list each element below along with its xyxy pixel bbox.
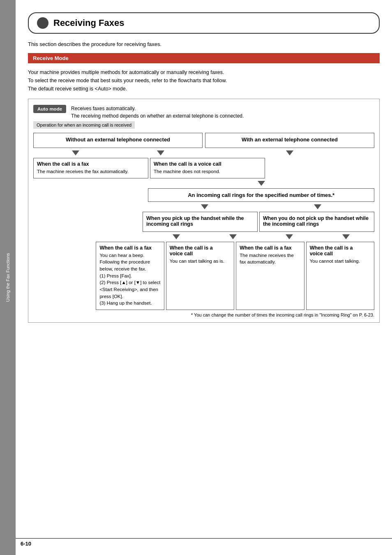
page-title: Receiving Faxes bbox=[53, 18, 124, 28]
desc-line3: The default receive setting is <Auto> mo… bbox=[28, 85, 380, 93]
arrow-voice-icon bbox=[157, 150, 164, 155]
page-bottom-line bbox=[16, 538, 392, 539]
col-left-header: Without an external telephone connected bbox=[38, 136, 198, 143]
footnote: * You can change the number of times the… bbox=[33, 312, 374, 317]
desc-line1: Your machine provides multiple methods f… bbox=[28, 68, 380, 76]
branch-arrows bbox=[33, 202, 374, 212]
voice-box-no-ext: When the call is a voice call The machin… bbox=[150, 158, 265, 178]
b-arrow1-icon bbox=[173, 234, 180, 239]
branch-gap-left bbox=[33, 202, 146, 212]
left-top-arrows bbox=[33, 148, 203, 158]
left-gap bbox=[33, 181, 146, 202]
col-left-no-ext: Without an external telephone connected bbox=[33, 133, 203, 148]
col-right-with-ext: With an external telephone connected bbox=[205, 133, 374, 148]
bottom-cell-2-title: When the call is a voice call bbox=[170, 245, 231, 257]
span-arrow-container bbox=[148, 181, 374, 188]
no-pickup-box: When you do not pick up the handset whil… bbox=[259, 212, 374, 232]
page-number: 6-10 bbox=[21, 541, 31, 547]
bottom-gap bbox=[33, 232, 146, 242]
bottom-cell-2-body: You can start talking as is. bbox=[170, 258, 231, 265]
bottom-cell-2: When the call is a voice call You can st… bbox=[166, 242, 234, 310]
auto-mode-row: Auto mode Receives faxes automatically. … bbox=[33, 105, 374, 120]
flowchart: Auto mode Receives faxes automatically. … bbox=[28, 99, 380, 323]
bottom-cell-4-title: When the call is a voice call bbox=[310, 245, 371, 257]
fax-box: When the call is a fax The machine recei… bbox=[33, 158, 148, 178]
top-arrows-row bbox=[33, 148, 374, 158]
description-text: Your machine provides multiple methods f… bbox=[28, 68, 380, 93]
arrow-right-icon bbox=[286, 150, 293, 155]
bottom-cell-4: When the call is a voice call You cannot… bbox=[306, 242, 374, 310]
bottom-cell-3: When the call is a fax The machine recei… bbox=[236, 242, 304, 310]
bottom-four-arrows bbox=[148, 232, 374, 242]
pickup-row: When you pick up the handset while the i… bbox=[33, 212, 374, 232]
b-arrow4-icon bbox=[342, 234, 350, 239]
voice-no-ext-body: The machine does not respond. bbox=[154, 168, 261, 175]
branch-left-arrow-icon bbox=[201, 204, 208, 209]
top-two-col: Without an external telephone connected … bbox=[33, 133, 374, 148]
title-circle-icon bbox=[37, 17, 48, 29]
branch-two-arrows bbox=[148, 202, 374, 212]
auto-mode-desc-line2: The receiving method depends on whether … bbox=[71, 112, 244, 120]
mid-row: When the call is a fax The machine recei… bbox=[33, 158, 374, 178]
bottom-cell-4-body: You cannot start talking. bbox=[310, 258, 371, 265]
sidebar-label: Using the Fax Functions bbox=[5, 253, 10, 302]
bottom-cell-1-title: When the call is a fax bbox=[99, 245, 160, 251]
voice-no-ext-title: When the call is a voice call bbox=[154, 161, 261, 167]
desc-line2: To select the receive mode that best sui… bbox=[28, 76, 380, 85]
branch-right-arrow-icon bbox=[314, 204, 321, 209]
bottom-cell-1-body: You can hear a beep. Following the proce… bbox=[99, 252, 160, 307]
pickup-gap bbox=[33, 212, 141, 232]
bottom-cell-3-title: When the call is a fax bbox=[240, 245, 300, 251]
b-arrow3-icon bbox=[286, 234, 293, 239]
main-content: Receiving Faxes This section describes t… bbox=[16, 0, 392, 555]
arrow-fax-icon bbox=[72, 150, 79, 155]
span-box: An incoming call rings for the specified… bbox=[148, 188, 374, 202]
auto-mode-desc: Receives faxes automatically. The receiv… bbox=[71, 105, 244, 120]
no-pickup-box-header: When you do not pick up the handset whil… bbox=[263, 215, 371, 227]
right-top-arrow bbox=[205, 148, 374, 158]
pickup-box-header: When you pick up the handset while the i… bbox=[146, 215, 254, 227]
span-arrow-row: An incoming call rings for the specified… bbox=[33, 178, 374, 202]
bottom-arrows-row bbox=[33, 232, 374, 242]
receive-mode-header: Receive Mode bbox=[28, 53, 380, 63]
bottom-cell-3-body: The machine receives the fax automatical… bbox=[240, 252, 300, 266]
auto-mode-desc-line1: Receives faxes automatically. bbox=[71, 105, 244, 112]
intro-text: This section describes the procedure for… bbox=[28, 41, 380, 47]
span-arrow-icon bbox=[258, 181, 265, 186]
bottom-four-cols: When the call is a fax You can hear a be… bbox=[33, 242, 374, 310]
span-col: An incoming call rings for the specified… bbox=[148, 181, 374, 202]
bottom-cell-1: When the call is a fax You can hear a be… bbox=[96, 242, 164, 310]
bottom-gap2 bbox=[33, 242, 94, 310]
fax-box-body: The machine receives the fax automatical… bbox=[37, 168, 145, 175]
operation-bar: Operation for when an incoming call is r… bbox=[33, 121, 135, 129]
pickup-box: When you pick up the handset while the i… bbox=[143, 212, 258, 232]
sidebar: Using the Fax Functions bbox=[0, 0, 16, 555]
title-box: Receiving Faxes bbox=[28, 12, 380, 34]
auto-mode-badge: Auto mode bbox=[33, 105, 66, 113]
b-arrow2-icon bbox=[229, 234, 237, 239]
col-right-header: With an external telephone connected bbox=[210, 136, 370, 143]
fax-box-title: When the call is a fax bbox=[37, 161, 145, 167]
